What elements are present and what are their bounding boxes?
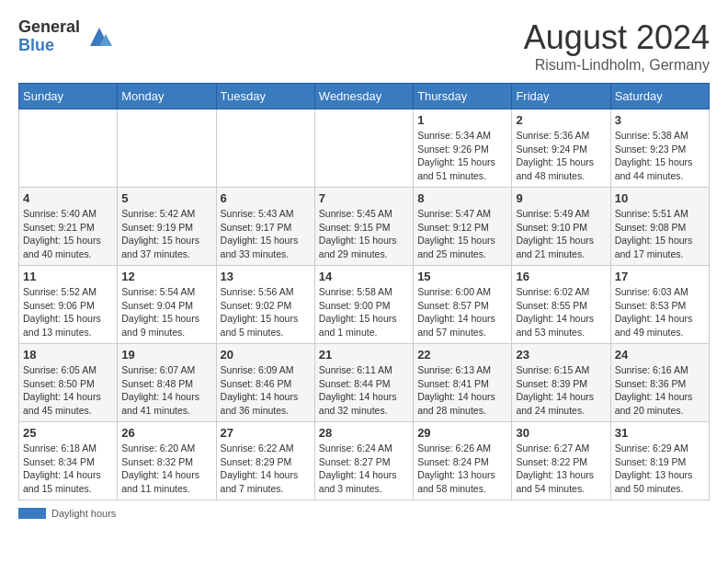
- day-number: 23: [516, 348, 606, 362]
- day-number: 21: [319, 348, 409, 362]
- calendar-header-sunday: Sunday: [19, 84, 118, 109]
- page-header: General Blue August 2024 Risum-Lindholm,…: [18, 18, 710, 74]
- calendar-cell: 27Sunrise: 6:22 AM Sunset: 8:29 PM Dayli…: [216, 422, 314, 500]
- day-info: Sunrise: 5:42 AM Sunset: 9:19 PM Dayligh…: [121, 207, 211, 261]
- logo-icon: [85, 23, 113, 51]
- day-number: 11: [23, 270, 113, 283]
- day-info: Sunrise: 6:24 AM Sunset: 8:27 PM Dayligh…: [319, 442, 409, 496]
- day-number: 27: [221, 426, 311, 440]
- day-number: 29: [417, 426, 507, 440]
- day-number: 7: [319, 191, 409, 205]
- calendar-cell: 16Sunrise: 6:02 AM Sunset: 8:55 PM Dayli…: [512, 266, 610, 344]
- day-number: 8: [417, 191, 507, 205]
- calendar-cell: [118, 109, 216, 188]
- day-number: 19: [121, 348, 211, 362]
- day-number: 26: [121, 426, 211, 440]
- calendar-cell: 2Sunrise: 5:36 AM Sunset: 9:24 PM Daylig…: [512, 109, 610, 188]
- day-info: Sunrise: 5:34 AM Sunset: 9:26 PM Dayligh…: [417, 129, 507, 183]
- day-number: 1: [417, 113, 507, 127]
- day-number: 15: [417, 270, 507, 283]
- day-info: Sunrise: 6:29 AM Sunset: 8:19 PM Dayligh…: [615, 442, 705, 496]
- calendar-header-saturday: Saturday: [610, 84, 709, 109]
- day-number: 24: [615, 348, 705, 362]
- day-info: Sunrise: 5:47 AM Sunset: 9:12 PM Dayligh…: [417, 207, 507, 261]
- day-info: Sunrise: 5:43 AM Sunset: 9:17 PM Dayligh…: [221, 207, 311, 261]
- calendar-cell: 26Sunrise: 6:20 AM Sunset: 8:32 PM Dayli…: [118, 422, 216, 500]
- calendar-cell: 3Sunrise: 5:38 AM Sunset: 9:23 PM Daylig…: [610, 109, 709, 188]
- calendar-cell: 17Sunrise: 6:03 AM Sunset: 8:53 PM Dayli…: [610, 266, 709, 344]
- calendar-cell: 14Sunrise: 5:58 AM Sunset: 9:00 PM Dayli…: [314, 266, 413, 344]
- calendar-cell: 10Sunrise: 5:51 AM Sunset: 9:08 PM Dayli…: [610, 188, 709, 266]
- calendar-week-row: 4Sunrise: 5:40 AM Sunset: 9:21 PM Daylig…: [19, 188, 710, 266]
- day-info: Sunrise: 5:49 AM Sunset: 9:10 PM Dayligh…: [516, 207, 606, 261]
- calendar-cell: 12Sunrise: 5:54 AM Sunset: 9:04 PM Dayli…: [118, 266, 216, 344]
- calendar-header-monday: Monday: [118, 84, 216, 109]
- day-number: 25: [23, 426, 113, 440]
- calendar-cell: 23Sunrise: 6:15 AM Sunset: 8:39 PM Dayli…: [512, 344, 610, 422]
- day-number: 18: [23, 348, 113, 362]
- day-number: 31: [615, 426, 705, 440]
- calendar-header-thursday: Thursday: [414, 84, 512, 109]
- calendar-header-row: SundayMondayTuesdayWednesdayThursdayFrid…: [19, 84, 710, 109]
- calendar-week-row: 25Sunrise: 6:18 AM Sunset: 8:34 PM Dayli…: [19, 422, 710, 500]
- day-info: Sunrise: 5:40 AM Sunset: 9:21 PM Dayligh…: [23, 207, 113, 261]
- calendar-cell: 13Sunrise: 5:56 AM Sunset: 9:02 PM Dayli…: [216, 266, 314, 344]
- day-number: 6: [221, 191, 311, 205]
- day-number: 22: [417, 348, 507, 362]
- calendar-cell: 8Sunrise: 5:47 AM Sunset: 9:12 PM Daylig…: [414, 188, 512, 266]
- logo-text: General Blue: [18, 18, 80, 55]
- day-info: Sunrise: 6:15 AM Sunset: 8:39 PM Dayligh…: [516, 363, 606, 418]
- day-info: Sunrise: 5:45 AM Sunset: 9:15 PM Dayligh…: [319, 207, 409, 261]
- day-number: 13: [221, 270, 311, 283]
- calendar-header-tuesday: Tuesday: [216, 84, 314, 109]
- day-info: Sunrise: 5:52 AM Sunset: 9:06 PM Dayligh…: [23, 285, 113, 339]
- calendar-header-wednesday: Wednesday: [314, 84, 413, 109]
- calendar-cell: 1Sunrise: 5:34 AM Sunset: 9:26 PM Daylig…: [414, 109, 512, 188]
- calendar-cell: 18Sunrise: 6:05 AM Sunset: 8:50 PM Dayli…: [19, 344, 118, 422]
- day-info: Sunrise: 6:03 AM Sunset: 8:53 PM Dayligh…: [615, 285, 705, 339]
- location: Risum-Lindholm, Germany: [524, 57, 710, 74]
- calendar-header-friday: Friday: [512, 84, 610, 109]
- calendar-cell: 5Sunrise: 5:42 AM Sunset: 9:19 PM Daylig…: [118, 188, 216, 266]
- footer-note: Daylight hours: [18, 508, 710, 519]
- day-info: Sunrise: 6:18 AM Sunset: 8:34 PM Dayligh…: [23, 442, 113, 496]
- calendar-cell: 30Sunrise: 6:27 AM Sunset: 8:22 PM Dayli…: [512, 422, 610, 500]
- day-number: 5: [121, 191, 211, 205]
- calendar-week-row: 1Sunrise: 5:34 AM Sunset: 9:26 PM Daylig…: [19, 109, 710, 188]
- day-number: 4: [23, 191, 113, 205]
- day-number: 28: [319, 426, 409, 440]
- calendar-cell: 25Sunrise: 6:18 AM Sunset: 8:34 PM Dayli…: [19, 422, 118, 500]
- logo-blue: Blue: [18, 37, 80, 55]
- calendar-cell: 6Sunrise: 5:43 AM Sunset: 9:17 PM Daylig…: [216, 188, 314, 266]
- calendar-cell: [19, 109, 118, 188]
- calendar-cell: 22Sunrise: 6:13 AM Sunset: 8:41 PM Dayli…: [414, 344, 512, 422]
- daylight-bar-icon: [18, 508, 46, 519]
- day-info: Sunrise: 6:07 AM Sunset: 8:48 PM Dayligh…: [121, 363, 211, 418]
- day-info: Sunrise: 5:58 AM Sunset: 9:00 PM Dayligh…: [319, 285, 409, 339]
- day-number: 9: [516, 191, 606, 205]
- day-number: 30: [516, 426, 606, 440]
- day-number: 20: [221, 348, 311, 362]
- title-section: August 2024 Risum-Lindholm, Germany: [524, 18, 710, 74]
- day-info: Sunrise: 5:51 AM Sunset: 9:08 PM Dayligh…: [615, 207, 705, 261]
- logo: General Blue: [18, 18, 113, 55]
- calendar-week-row: 18Sunrise: 6:05 AM Sunset: 8:50 PM Dayli…: [19, 344, 710, 422]
- day-number: 10: [615, 191, 705, 205]
- day-info: Sunrise: 6:26 AM Sunset: 8:24 PM Dayligh…: [417, 442, 507, 496]
- month-title: August 2024: [524, 18, 710, 57]
- day-number: 3: [615, 113, 705, 127]
- day-info: Sunrise: 6:00 AM Sunset: 8:57 PM Dayligh…: [417, 285, 507, 339]
- day-info: Sunrise: 6:09 AM Sunset: 8:46 PM Dayligh…: [221, 363, 311, 418]
- calendar-cell: 21Sunrise: 6:11 AM Sunset: 8:44 PM Dayli…: [314, 344, 413, 422]
- calendar-week-row: 11Sunrise: 5:52 AM Sunset: 9:06 PM Dayli…: [19, 266, 710, 344]
- calendar-cell: [314, 109, 413, 188]
- calendar-cell: 9Sunrise: 5:49 AM Sunset: 9:10 PM Daylig…: [512, 188, 610, 266]
- day-info: Sunrise: 5:54 AM Sunset: 9:04 PM Dayligh…: [121, 285, 211, 339]
- calendar-cell: 19Sunrise: 6:07 AM Sunset: 8:48 PM Dayli…: [118, 344, 216, 422]
- calendar-cell: 24Sunrise: 6:16 AM Sunset: 8:36 PM Dayli…: [610, 344, 709, 422]
- day-info: Sunrise: 6:05 AM Sunset: 8:50 PM Dayligh…: [23, 363, 113, 418]
- calendar-table: SundayMondayTuesdayWednesdayThursdayFrid…: [18, 83, 710, 500]
- day-number: 16: [516, 270, 606, 283]
- day-number: 17: [615, 270, 705, 283]
- day-info: Sunrise: 6:20 AM Sunset: 8:32 PM Dayligh…: [121, 442, 211, 496]
